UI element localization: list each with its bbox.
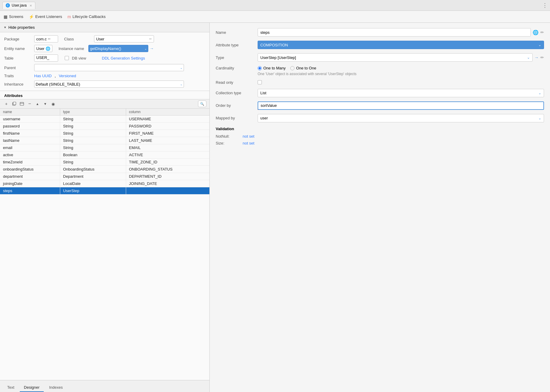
- lifecycle-toolbar-item[interactable]: m Lifecycle Callbacks: [67, 14, 105, 19]
- entity-name-field[interactable]: User 🌐: [34, 45, 52, 52]
- move-down-button[interactable]: ▼: [42, 101, 49, 107]
- table-value: USER_: [36, 55, 49, 60]
- lightning-icon: ⚡: [29, 14, 34, 19]
- name-globe-icon[interactable]: 🌐: [533, 30, 539, 35]
- type-navigate-icon[interactable]: →: [534, 55, 539, 60]
- collection-type-select[interactable]: List ⌄: [258, 89, 544, 97]
- visibility-button[interactable]: ◉: [50, 101, 56, 107]
- cell-column: PASSWORD: [126, 123, 209, 130]
- cell-column: EMAIL: [126, 144, 209, 151]
- hide-properties-header[interactable]: ▼ Hide properties: [0, 23, 209, 32]
- package-field[interactable]: com.c ✏: [34, 35, 58, 42]
- package-edit-icon[interactable]: ✏: [48, 37, 51, 41]
- table-row[interactable]: onboardingStatusOnboardingStatusONBOARDI…: [0, 166, 209, 173]
- one-to-one-radio[interactable]: [290, 66, 294, 70]
- read-only-row: Read only: [216, 80, 544, 85]
- more-options-icon[interactable]: ⋮: [542, 2, 548, 9]
- hide-properties-label: Hide properties: [8, 25, 35, 30]
- tab-indexes[interactable]: Indexes: [45, 384, 67, 392]
- type-select[interactable]: UserStep [UserStep] ⌄: [258, 53, 533, 62]
- lifecycle-label: Lifecycle Callbacks: [72, 14, 106, 19]
- collection-type-value: List: [260, 91, 266, 95]
- collection-type-row: Collection type List ⌄: [216, 89, 544, 97]
- parent-label: Parent: [4, 66, 31, 70]
- ddl-settings-link[interactable]: DDL Generation Settings: [102, 56, 145, 60]
- not-null-value[interactable]: not set: [243, 134, 254, 139]
- lifecycle-icon: m: [67, 14, 71, 19]
- order-by-row: Order by: [216, 101, 544, 110]
- table-row[interactable]: timeZoneIdStringTIME_ZONE_ID: [0, 159, 209, 166]
- table-row[interactable]: lastNameStringLAST_NAME: [0, 137, 209, 144]
- one-to-one-option[interactable]: One to One: [290, 66, 316, 70]
- name-edit-icon[interactable]: ✏: [540, 30, 544, 35]
- table-header-row: name type column: [0, 109, 209, 116]
- db-view-checkbox[interactable]: [65, 56, 69, 60]
- size-value[interactable]: not set: [243, 141, 254, 145]
- entity-name-label: Entity name: [4, 46, 31, 51]
- instance-arrow-icon[interactable]: →: [149, 46, 154, 51]
- class-field[interactable]: User ✏: [94, 35, 154, 42]
- type-edit-icon[interactable]: ✏: [540, 55, 544, 60]
- search-icon: 🔍: [200, 102, 204, 106]
- cell-column: LAST_NAME: [126, 137, 209, 144]
- remove-attribute-button[interactable]: −: [26, 101, 33, 107]
- cell-type: String: [60, 144, 126, 151]
- table-row[interactable]: passwordStringPASSWORD: [0, 123, 209, 130]
- table-row[interactable]: departmentDepartmentDEPARTMENT_ID: [0, 173, 209, 180]
- table-row[interactable]: usernameStringUSERNAME: [0, 116, 209, 123]
- type-chevron-icon: ⌄: [527, 55, 530, 60]
- name-row: Name 🌐 ✏: [216, 28, 544, 37]
- type-row: Type UserStep [UserStep] ⌄ → ✏: [216, 53, 544, 62]
- traits-label: Traits: [4, 74, 31, 78]
- parent-select[interactable]: ⌄: [34, 64, 184, 71]
- table-label: Table: [4, 56, 31, 60]
- attribute-search[interactable]: 🔍: [198, 101, 206, 107]
- cell-type: Department: [60, 173, 126, 180]
- table-field[interactable]: USER_: [34, 54, 58, 62]
- traits-separator: ,: [55, 74, 56, 78]
- template-button[interactable]: [19, 101, 25, 107]
- cell-column: [126, 187, 209, 195]
- table-row[interactable]: emailStringEMAIL: [0, 144, 209, 151]
- table-row[interactable]: firstNameStringFIRST_NAME: [0, 130, 209, 137]
- validation-title: Validation: [216, 127, 544, 131]
- has-uuid-link[interactable]: Has UUID: [34, 74, 52, 78]
- cell-column: FIRST_NAME: [126, 130, 209, 137]
- cell-type: String: [60, 137, 126, 144]
- inheritance-value: Default (SINGLE_TABLE): [36, 82, 80, 86]
- table-row[interactable]: stepsUserStep: [0, 187, 209, 195]
- one-to-many-option[interactable]: One to Many: [258, 66, 285, 70]
- tab-text[interactable]: Text: [3, 384, 19, 392]
- instance-name-select[interactable]: getDisplayName() ⌄: [88, 45, 148, 52]
- not-null-label: NotNull:: [216, 134, 240, 139]
- cell-name: steps: [0, 187, 60, 195]
- package-label: Package: [4, 37, 31, 41]
- read-only-checkbox[interactable]: [258, 80, 262, 84]
- tab-designer[interactable]: Designer: [20, 384, 44, 392]
- cell-type: OnboardingStatus: [60, 166, 126, 173]
- table-row[interactable]: activeBooleanACTIVE: [0, 151, 209, 159]
- properties-grid: Package com.c ✏ Class User ✏ Entity name…: [0, 32, 209, 91]
- cell-column: ONBOARDING_STATUS: [126, 166, 209, 173]
- table-row[interactable]: joiningDateLocalDateJOINING_DATE: [0, 180, 209, 187]
- mapped-by-chevron-icon: ⌄: [538, 116, 541, 120]
- tab-close-icon[interactable]: ×: [30, 3, 32, 8]
- add-attribute-button[interactable]: +: [3, 101, 10, 107]
- mapped-by-select[interactable]: user ⌄: [258, 114, 544, 122]
- class-edit-icon[interactable]: ✏: [149, 37, 152, 41]
- attribute-type-select[interactable]: COMPOSITION ⌄: [258, 41, 544, 49]
- inheritance-chevron-icon: ⌄: [180, 83, 182, 86]
- screens-toolbar-item[interactable]: ▦ Screens: [4, 14, 23, 19]
- cell-name: joiningDate: [0, 180, 60, 187]
- event-listeners-toolbar-item[interactable]: ⚡ Event Listeners: [29, 14, 62, 19]
- versioned-link[interactable]: Versioned: [59, 74, 76, 78]
- screens-label: Screens: [9, 14, 23, 19]
- order-by-input[interactable]: [258, 101, 544, 110]
- left-panel: ▼ Hide properties Package com.c ✏ Class …: [0, 23, 210, 392]
- inheritance-select[interactable]: Default (SINGLE_TABLE) ⌄: [34, 80, 184, 88]
- file-tab[interactable]: C User.java ×: [2, 2, 35, 9]
- one-to-many-radio[interactable]: [258, 66, 262, 70]
- name-input[interactable]: [258, 28, 531, 37]
- copy-attribute-button[interactable]: [11, 101, 17, 107]
- move-up-button[interactable]: ▲: [34, 101, 41, 107]
